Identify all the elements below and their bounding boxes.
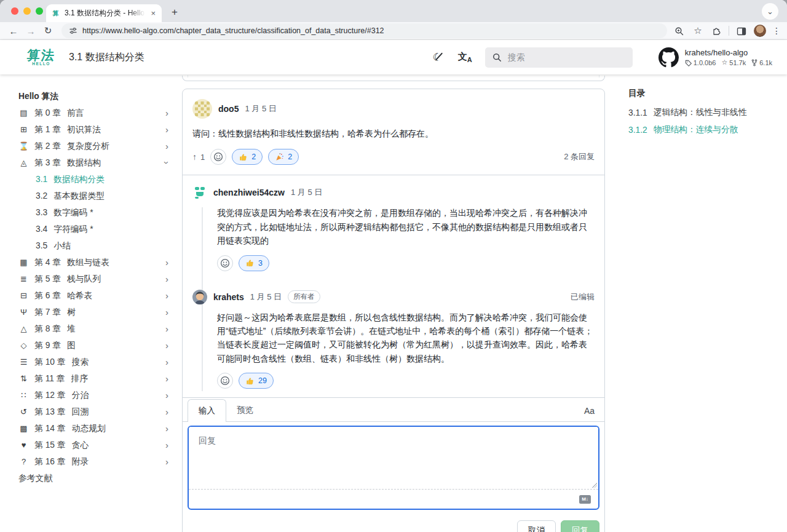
item-number: 3.5 (36, 241, 47, 250)
sidebar-item-前言[interactable]: ▤第 0 章前言› (18, 105, 173, 121)
tab-close-icon[interactable]: × (149, 9, 157, 18)
sidebar-item-动态规划[interactable]: ▩第 14 章动态规划› (18, 420, 173, 437)
tree-icon: Ψ (18, 308, 29, 317)
sidebar-item-堆[interactable]: △第 8 章堆› (18, 320, 173, 337)
tab-preview[interactable]: 预览 (226, 399, 264, 421)
back-button[interactable]: ← (6, 26, 21, 36)
reply-author[interactable]: krahets (213, 292, 244, 302)
sidebar-item-栈与队列[interactable]: ≣第 5 章栈与队列› (18, 271, 173, 287)
translate-icon[interactable]: 文A (458, 51, 472, 63)
sidebar-item-数字编码 *[interactable]: 3.3数字编码 * (18, 204, 173, 221)
sidebar-item-数组与链表[interactable]: ▦第 4 章数组与链表› (18, 254, 173, 271)
sidebar-item-树[interactable]: Ψ第 7 章树› (18, 304, 173, 320)
logo-cn-text: 算法 (26, 49, 56, 62)
sidebar-item-排序[interactable]: ⇅第 11 章排序› (18, 370, 173, 387)
repo-name: krahets/hello-algo (685, 48, 772, 57)
add-reaction-button[interactable] (210, 149, 226, 165)
resize-grip[interactable] (592, 483, 597, 488)
window-chevron-button[interactable]: ⌄ (762, 3, 778, 20)
reaction-pill-thumbs-up[interactable]: 2 (232, 149, 263, 165)
browser-tab[interactable]: 算 3.1 数据结构分类 - Hello 算法 × (46, 4, 162, 22)
sidebar-item-复杂度分析[interactable]: ⌛第 2 章复杂度分析› (18, 138, 173, 154)
add-reaction-button[interactable] (217, 255, 233, 271)
reply-body: 好问题～这因为哈希表底层是数组，所以包含线性数据结构。而为了解决哈希冲突，我们可… (217, 311, 595, 366)
sidebar-item-初识算法[interactable]: ⊞第 1 章初识算法› (18, 121, 173, 138)
comment-author[interactable]: doo5 (218, 104, 239, 114)
sidebar-item-搜索[interactable]: ☰第 10 章搜索› (18, 354, 173, 370)
theme-toggle-icon[interactable]: ☾ (433, 51, 442, 64)
tab-write[interactable]: 输入 (188, 399, 226, 422)
avatar-doo5[interactable] (192, 99, 212, 119)
reaction-list: 22 (232, 149, 299, 165)
new-tab-button[interactable]: + (167, 4, 183, 20)
sidebar-item-字符编码 *[interactable]: 3.4字符编码 * (18, 221, 173, 237)
window-minimize-button[interactable] (23, 7, 31, 15)
profile-avatar[interactable] (754, 25, 766, 37)
chrome-menu-icon[interactable]: ⋮ (772, 26, 781, 36)
sidebar-item-图[interactable]: ◇第 9 章图› (18, 337, 173, 354)
item-number: 第 1 章 (34, 124, 61, 135)
text-format-button[interactable]: Aa (584, 406, 595, 421)
toc-item-3.1.1[interactable]: 3.1.1逻辑结构：线性与非线性 (628, 104, 787, 121)
table-of-contents: 目录 3.1.1逻辑结构：线性与非线性3.1.2物理结构：连续与分散 (605, 74, 787, 532)
sidebar-item-分治[interactable]: ∷第 12 章分治› (18, 387, 173, 403)
forward-button[interactable]: → (23, 26, 38, 36)
item-label: 分治 (72, 390, 165, 401)
reaction-pill-thumbs-up[interactable]: 29 (239, 373, 274, 389)
sidebar-item-数据结构分类[interactable]: 3.1数据结构分类 (18, 171, 173, 188)
bookmark-star-icon[interactable]: ☆ (692, 25, 704, 36)
reply-author[interactable]: chenzhiwei54czw (213, 188, 285, 197)
sidebar-item-数据结构[interactable]: ◬第 3 章数据结构› (18, 154, 173, 171)
editor-footer: M↓ (189, 489, 598, 509)
zoom-icon[interactable] (673, 25, 686, 36)
sidebar-item-哈希表[interactable]: ⊟第 6 章哈希表› (18, 287, 173, 304)
item-label: 前言 (67, 108, 165, 119)
sidebar-item-参考文献[interactable]: 参考文献 (18, 470, 173, 486)
reply-date: 1 月 5 日 (291, 187, 322, 198)
side-panel-icon[interactable] (735, 25, 748, 36)
add-reaction-button[interactable] (217, 373, 233, 389)
markdown-icon[interactable]: M↓ (579, 495, 591, 504)
window-zoom-button[interactable] (36, 7, 43, 15)
heap-icon: △ (18, 324, 29, 333)
item-label: 图 (67, 340, 165, 351)
upvote-button[interactable]: ↑ 1 (192, 152, 205, 162)
site-logo[interactable]: 算法 HELLO (27, 49, 55, 66)
item-number: 3.2 (36, 191, 47, 200)
calculator-icon: ⊞ (18, 125, 29, 134)
github-repo-link[interactable]: krahets/hello-algo 1.0.0b6 ☆51.7k 6.1k (658, 47, 772, 68)
chevron-right-icon: › (165, 440, 168, 450)
reply-submit-button[interactable]: 回复 (561, 520, 599, 532)
item-label: 哈希表 (67, 290, 165, 301)
reaction-list: 29 (239, 373, 274, 389)
url-bar[interactable]: https://www.hello-algo.com/chapter_data_… (61, 23, 667, 38)
avatar-chenzhiwei54czw[interactable] (192, 185, 207, 200)
reaction-pill-party-popper[interactable]: 2 (268, 149, 299, 165)
search-input[interactable] (508, 52, 606, 62)
reply-textarea[interactable] (189, 427, 598, 488)
sidebar-item-附录[interactable]: ?第 16 章附录› (18, 453, 173, 470)
toc-item-3.1.2[interactable]: 3.1.2物理结构：连续与分散 (628, 121, 787, 138)
chevron-right-icon: › (165, 340, 168, 351)
search-box[interactable] (485, 47, 633, 68)
window-close-button[interactable] (11, 7, 18, 15)
item-label: 动态规划 (72, 423, 165, 434)
sidebar-item-贪心[interactable]: ♥第 15 章贪心› (18, 437, 173, 453)
item-number: 第 11 章 (34, 373, 65, 384)
toolbar-divider (729, 26, 729, 36)
sidebar-item-小结[interactable]: 3.5小结 (18, 237, 173, 254)
reaction-pill-thumbs-up[interactable]: 3 (239, 255, 269, 271)
site-settings-icon[interactable] (69, 26, 77, 35)
chevron-right-icon: › (165, 407, 168, 417)
sidebar-item-回溯[interactable]: ↺第 13 章回溯› (18, 403, 173, 420)
item-label: 参考文献 (18, 473, 173, 484)
cancel-button[interactable]: 取消 (517, 520, 556, 532)
sidebar-site-title[interactable]: Hello 算法 (18, 88, 173, 105)
avatar-krahets[interactable] (192, 290, 207, 304)
chevron-right-icon: › (165, 373, 168, 384)
reload-button[interactable]: ↻ (41, 25, 55, 36)
extensions-puzzle-icon[interactable] (710, 25, 722, 37)
logo-en-text: HELLO (32, 62, 50, 66)
sidebar-item-基本数据类型[interactable]: 3.2基本数据类型 (18, 188, 173, 204)
item-label: 字符编码 * (53, 224, 173, 235)
